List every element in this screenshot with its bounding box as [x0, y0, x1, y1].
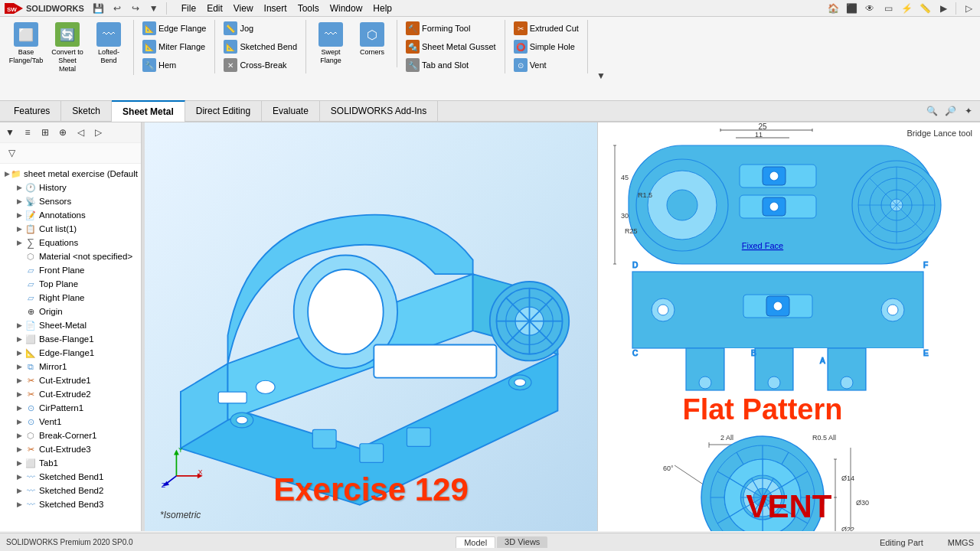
sheet-metal-gusset-btn[interactable]: 🔩 Sheet Metal Gusset [402, 38, 500, 55]
tree-item-base-flange1[interactable]: ▶ ⬜ Base-Flange1 [0, 332, 141, 346]
tree-item-root[interactable]: ▶ 📁 sheet metal exercise (Default [0, 167, 141, 181]
tree-item-top-plane[interactable]: ▱ Top Plane [0, 277, 141, 291]
swept-flange-btn[interactable]: 〰 Swept Flange [311, 20, 351, 67]
tree-expander[interactable]: ▶ [14, 432, 24, 439]
command-search-btn[interactable]: 🔍 [923, 103, 940, 119]
tree-item-break-corner1[interactable]: ▶ ⬡ Break-Corner1 [0, 429, 141, 442]
tree-expander[interactable]: ▶ [14, 211, 24, 219]
tree-expander[interactable]: ▶ [14, 473, 24, 481]
vent-btn[interactable]: ⊙ Vent [510, 57, 583, 73]
tree-item-right-plane[interactable]: ▱ Right Plane [0, 291, 141, 305]
view-orient-btn[interactable]: ⬛ [843, 0, 860, 17]
tree-item-sketched-bend2[interactable]: ▶ 〰 Sketched Bend2 [0, 484, 141, 497]
tree-expander[interactable]: ▶ [14, 363, 24, 370]
tab-features[interactable]: Features [3, 100, 61, 122]
tree-expander[interactable]: ▶ [14, 418, 24, 425]
tab-solidworks-addins[interactable]: SOLIDWORKS Add-Ins [320, 100, 438, 122]
tree-item-sensors[interactable]: ▶ 📡 Sensors [0, 194, 141, 208]
miter-flange-btn[interactable]: 📐 Miter Flange [139, 38, 210, 55]
arrow-right-btn[interactable]: ▷ [960, 0, 977, 17]
tree-item-sketched-bend3[interactable]: ▶ 〰 Sketched Bend3 [0, 497, 141, 511]
tree-item-cut-extrude1[interactable]: ▶ ✂ Cut-Extrude1 [0, 373, 141, 387]
tree-expander[interactable]: ▶ [14, 239, 24, 246]
tree-item-mirror1[interactable]: ▶ ⧉ Mirror1 [0, 360, 141, 373]
status-tab-3dviews[interactable]: 3D Views [497, 536, 547, 548]
tree-expander[interactable]: ▶ [14, 500, 24, 508]
left-toolbar-collapse[interactable]: ▷ [90, 124, 106, 141]
tree-expander[interactable]: ▶ [14, 335, 24, 343]
tree-expander[interactable]: ▶ [14, 390, 24, 398]
tree-item-sketched-bend1[interactable]: ▶ 〰 Sketched Bend1 [0, 470, 141, 484]
tree-item-cut-extrude2[interactable]: ▶ ✂ Cut-Extrude2 [0, 387, 141, 401]
tab-slot-btn[interactable]: 🔧 Tab and Slot [402, 57, 500, 73]
tab-direct-editing[interactable]: Direct Editing [185, 100, 262, 122]
left-toolbar-btn-3[interactable]: ⊞ [37, 124, 54, 141]
simple-hole-btn[interactable]: ⭕ Simple Hole [510, 38, 583, 55]
tree-item-material[interactable]: ⬡ Material <not specified> [0, 249, 141, 263]
redo-btn[interactable]: ↪ [127, 0, 144, 17]
tree-expander[interactable]: ▶ [14, 487, 24, 494]
convert-sheet-btn[interactable]: 🔄 Convert to Sheet Metal [47, 20, 87, 75]
view-section-btn[interactable]: ▭ [880, 0, 897, 17]
base-flange-btn[interactable]: ⬜ Base Flange/Tab [6, 20, 46, 75]
tree-item-sheet-metal[interactable]: ▶ 📄 Sheet-Metal [0, 318, 141, 332]
view-home-btn[interactable]: 🏠 [825, 0, 841, 17]
tree-expander[interactable]: ▶ [14, 445, 24, 453]
menu-view[interactable]: View [229, 2, 258, 15]
tree-expander[interactable]: ▶ [14, 197, 24, 205]
tab-sketch[interactable]: Sketch [61, 100, 112, 122]
tree-item-edge-flange1[interactable]: ▶ 📐 Edge-Flange1 [0, 346, 141, 360]
sketched-bend-btn[interactable]: 📐 Sketched Bend [220, 38, 301, 55]
measure-btn[interactable]: 📏 [916, 0, 933, 17]
tree-item-history[interactable]: ▶ 🕐 History [0, 181, 141, 194]
hem-btn[interactable]: 🔧 Hem [139, 57, 210, 73]
command-filter-btn[interactable]: 🔎 [942, 103, 959, 119]
tree-expander[interactable]: ▶ [14, 349, 24, 357]
tree-expander[interactable]: ▶ [3, 170, 11, 178]
toolbar-more-btn[interactable]: ▼ [593, 67, 609, 84]
tree-item-equations[interactable]: ▶ ∑ Equations [0, 236, 141, 249]
view-hide-btn[interactable]: 👁 [861, 0, 878, 17]
render-btn[interactable]: ⚡ [898, 0, 915, 17]
tree-expander[interactable]: ▶ [14, 459, 24, 467]
menu-help[interactable]: Help [368, 2, 397, 15]
tree-expander[interactable]: ▶ [14, 377, 24, 384]
tab-evaluate[interactable]: Evaluate [262, 100, 320, 122]
left-toolbar-btn-1[interactable]: ▼ [2, 124, 18, 141]
command-pin-btn[interactable]: ✦ [960, 103, 977, 119]
left-toolbar-expand[interactable]: ◁ [72, 124, 89, 141]
tab-sheet-metal[interactable]: Sheet Metal [112, 100, 185, 122]
left-toolbar-btn-4[interactable]: ⊕ [54, 124, 71, 141]
tree-filter-btn[interactable]: ▽ [3, 145, 20, 161]
tree-expander[interactable]: ▶ [14, 184, 24, 191]
lofted-bend-btn[interactable]: 〰 Lofted-Bend [89, 20, 129, 75]
tree-item-origin[interactable]: ⊕ Origin [0, 305, 141, 318]
edge-flange-btn[interactable]: 📐 Edge Flange [139, 20, 210, 37]
menu-window[interactable]: Window [325, 2, 368, 15]
tree-item-tab1[interactable]: ▶ ⬜ Tab1 [0, 456, 141, 470]
cross-break-btn[interactable]: ✕ Cross-Break [220, 57, 301, 73]
menu-file[interactable]: File [177, 2, 201, 15]
left-toolbar-btn-2[interactable]: ≡ [19, 124, 36, 141]
tree-item-front-plane[interactable]: ▱ Front Plane [0, 263, 141, 277]
undo-btn[interactable]: ↩ [109, 0, 126, 17]
extruded-cut-btn[interactable]: ✂ Extruded Cut [510, 20, 583, 37]
tree-item-cut-extrude3[interactable]: ▶ ✂ Cut-Extrude3 [0, 442, 141, 456]
tree-item-vent1[interactable]: ▶ ⊙ Vent1 [0, 415, 141, 429]
save-btn[interactable]: 💾 [90, 0, 107, 17]
tree-expander[interactable]: ▶ [14, 321, 24, 329]
options-btn[interactable]: ▼ [145, 0, 162, 17]
status-tab-model[interactable]: Model [456, 536, 495, 548]
tree-item-annotations[interactable]: ▶ 📝 Annotations [0, 208, 141, 222]
forming-tool-btn[interactable]: 🔨 Forming Tool [402, 20, 500, 37]
menu-tools[interactable]: Tools [293, 2, 324, 15]
menu-edit[interactable]: Edit [202, 2, 227, 15]
tree-expander[interactable]: ▶ [14, 225, 24, 233]
3d-viewport[interactable]: Exercise 129 Y X Z *Isometric [145, 122, 597, 531]
jog-btn[interactable]: 📏 Jog [220, 20, 301, 37]
tree-item-cutlist[interactable]: ▶ 📋 Cut list(1) [0, 222, 141, 236]
tree-item-cirpattern1[interactable]: ▶ ⊙ CirPattern1 [0, 401, 141, 415]
more-btn[interactable]: ▶ [935, 0, 952, 17]
tree-expander[interactable]: ▶ [14, 404, 24, 412]
menu-insert[interactable]: Insert [260, 2, 292, 15]
